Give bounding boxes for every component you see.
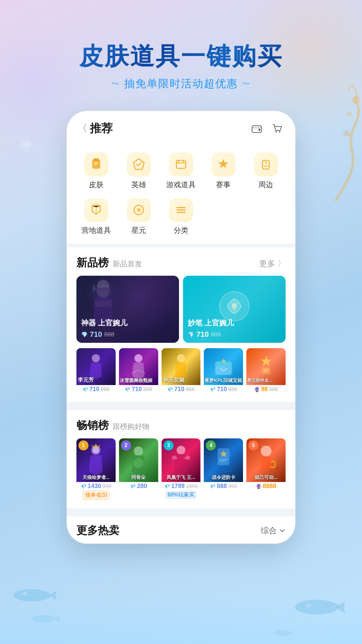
bestseller-card-5[interactable]: 5 妲 [246,438,286,502]
category-event[interactable]: 赛事 [202,148,244,194]
cart-icon[interactable] [269,121,284,136]
bs-img-4: 4 战令进阶卡 [204,438,243,482]
svg-point-0 [13,589,50,601]
fish-icon-1 [10,587,57,604]
featured-card-1[interactable]: 神器 上官婉儿 💎 710 888 [76,276,179,343]
svg-point-4 [305,603,312,607]
svg-point-30 [92,354,100,362]
svg-marker-38 [261,356,272,366]
bs-tag-1: 领券省20 [83,491,110,500]
coin-icon-2: 💎 [188,331,194,338]
svg-point-45 [177,446,185,454]
bestseller-card-3[interactable]: 3 凤凰于飞 王... [162,438,201,502]
bs-price-4: 💎 888 999 [204,482,243,492]
svg-rect-13 [94,158,99,162]
phone-mockup: 〈 推荐 [67,111,295,543]
category-camp[interactable]: 营地道具 [75,194,117,239]
hero-subtitle: 抽免单限时活动超优惠 [0,76,362,91]
app-header: 〈 推荐 [67,111,295,142]
svg-point-3 [295,600,339,614]
bs-main-5: 8888 [263,483,276,490]
price-main-1: 710 [90,330,102,339]
hero-label: 英雄 [131,180,146,190]
bs-price-1: 💎 1430 999 领券省20 [76,482,116,502]
fish-icon-2 [30,614,60,624]
bs-price-2: 💎 280 [119,482,158,492]
small-product-5[interactable]: 星元部件名... 🔮 98 888 [246,348,286,395]
small-prod-price-2: 💎 710 888 [119,385,158,395]
sp-price-orig-1: 888 [101,386,110,392]
bestseller-card-1[interactable]: 1 天狼绘梦者... [76,438,116,502]
skin-label: 皮肤 [89,180,104,190]
category-star[interactable]: 星元 [117,194,160,239]
new-products-more[interactable]: 更多 〉 [259,258,286,269]
featured-card-2-title: 妙笔 上官婉儿 [188,318,281,328]
small-prod-img-3: 补天女娲 [162,348,201,385]
hero-section: 皮肤道具一键购买 抽免单限时活动超优惠 [0,0,362,105]
featured-card-1-content: 神器 上官婉儿 💎 710 888 [76,314,179,343]
category-classify[interactable]: 分类 [160,194,202,239]
svg-point-22 [137,208,141,212]
phone-container: 〈 推荐 [0,111,362,543]
classify-icon [169,198,193,222]
more-hot-header: 更多热卖 综合 [67,517,295,543]
bs-main-4: 888 [217,483,227,490]
more-hot-title: 更多热卖 [76,523,119,538]
new-products-title: 新品榜 [76,256,109,270]
sp-price-orig-5: 888 [269,386,278,392]
bs-tag-3: 68%玩家买 [166,491,196,499]
category-gameitem[interactable]: 游戏道具 [160,148,202,194]
sp-price-main-1: 710 [89,386,100,393]
event-icon [211,152,235,176]
small-prod-img-1: 李元芳 [76,348,116,385]
chevron-down-icon [279,527,286,534]
bs-main-1: 1430 [88,483,101,490]
svg-rect-39 [262,368,270,374]
event-label: 赛事 [216,180,231,190]
svg-point-11 [279,131,280,132]
svg-rect-36 [215,362,232,367]
back-button[interactable]: 〈 推荐 [78,121,113,136]
bs-img-3: 3 凤凰于飞 王... [162,438,201,482]
new-products-subtitle: 新品首发 [113,259,142,269]
bs-main-3: 1799 [171,483,185,490]
small-prod-price-3: 💎 710 888 [162,385,201,395]
bestseller-row: 1 天狼绘梦者... [67,438,295,508]
svg-marker-16 [133,159,144,169]
small-product-4[interactable]: 逐梦KPL回城宝箱 💎 710 888 [204,348,243,395]
small-product-3[interactable]: 补天女娲 💎 710 888 [162,348,201,395]
camp-icon [84,198,108,222]
svg-point-20 [265,161,267,163]
featured-row: 神器 上官婉儿 💎 710 888 [67,276,295,348]
bs-main-2: 280 [137,483,147,490]
back-icon: 〈 [78,122,87,135]
classify-label: 分类 [174,225,188,235]
bestseller-title: 畅销榜 [76,418,109,433]
small-product-1[interactable]: 李元芳 💎 710 888 [76,348,116,395]
small-prod-price-4: 💎 710 888 [204,385,243,395]
wallet-icon[interactable] [249,121,264,136]
featured-card-2[interactable]: 妙笔 上官婉儿 💎 710 888 [183,276,286,343]
star-icon [127,198,151,222]
small-prod-price-5: 🔮 98 888 [246,385,286,395]
bestseller-card-2[interactable]: 2 阿骨朵 [119,438,158,502]
section-divider-3 [67,508,295,513]
price-orig-1: 888 [104,331,114,338]
more-hot-section: 更多热卖 综合 [67,517,295,543]
svg-point-31 [134,354,142,362]
section-divider-2 [67,402,295,406]
new-products-title-group: 新品榜 新品首发 [76,256,142,270]
category-periphery[interactable]: 周边 [245,148,287,194]
sort-label: 综合 [261,525,277,536]
sp-price-orig-4: 888 [228,386,237,392]
sort-dropdown[interactable]: 综合 [261,525,286,536]
bs-price-5: 🔮 8888 [246,482,286,492]
category-hero[interactable]: 英雄 [117,148,160,194]
bestseller-card-4[interactable]: 4 战令进阶卡 [204,438,243,502]
fish-icon-4 [272,629,295,637]
bs-img-5: 5 妲 [246,438,286,482]
bestseller-section: 畅销榜 跟榜购好物 1 [67,410,295,508]
category-skin[interactable]: 皮肤 [75,148,117,194]
periphery-icon [254,152,278,176]
small-product-2[interactable]: 冰雪圆舞曲甄姬 💎 710 888 [119,348,158,395]
